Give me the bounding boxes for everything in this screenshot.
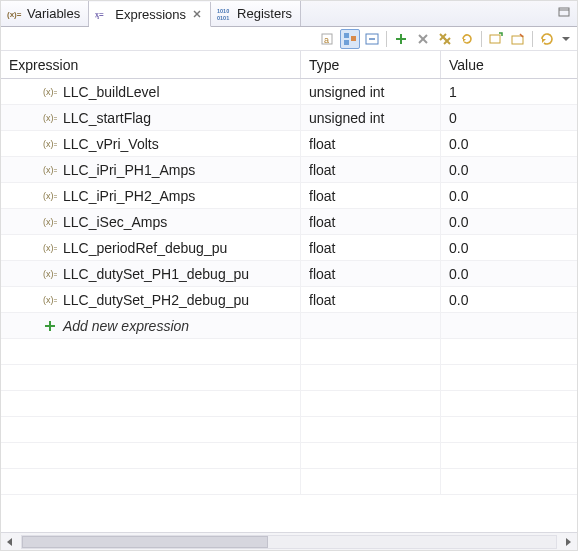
cell-expression[interactable]: Add new expression xyxy=(1,313,301,338)
svg-text:(x)=: (x)= xyxy=(43,139,57,149)
table-row[interactable]: (x)=LLC_iPri_PH2_Ampsfloat0.0 xyxy=(1,183,577,209)
svg-rect-24 xyxy=(512,36,523,44)
svg-rect-10 xyxy=(344,33,349,38)
new-watch-view-button[interactable] xyxy=(486,29,506,49)
cell-type: float xyxy=(301,131,441,156)
svg-text:(x)=: (x)= xyxy=(43,217,57,227)
empty-row xyxy=(1,469,577,495)
cell-type: float xyxy=(301,235,441,260)
scroll-left-button[interactable] xyxy=(1,534,19,550)
cell-value: 0.0 xyxy=(441,261,577,286)
registers-icon: 10100101 xyxy=(217,6,233,22)
expression-icon: (x)= xyxy=(43,85,57,99)
minimize-view-icon[interactable] xyxy=(555,4,573,22)
scroll-track[interactable] xyxy=(21,535,557,549)
svg-text:ᶍ=: ᶍ= xyxy=(95,10,104,20)
svg-text:0101: 0101 xyxy=(217,15,229,21)
remove-all-button[interactable] xyxy=(435,29,455,49)
remove-selected-button[interactable] xyxy=(413,29,433,49)
cell-type: float xyxy=(301,157,441,182)
svg-rect-23 xyxy=(490,35,500,43)
empty-row xyxy=(1,417,577,443)
cell-expression: (x)=LLC_dutySet_PH2_debug_pu xyxy=(1,287,301,312)
expression-icon: (x)= xyxy=(43,215,57,229)
collapse-all-button[interactable] xyxy=(362,29,382,49)
view-menu-button[interactable] xyxy=(559,29,573,49)
table-row[interactable]: (x)=LLC_buildLevelunsigned int1 xyxy=(1,79,577,105)
cell-expression: (x)=LLC_buildLevel xyxy=(1,79,301,104)
cell-type: unsigned int xyxy=(301,79,441,104)
expression-icon: (x)= xyxy=(43,189,57,203)
tab-variables[interactable]: (x)= Variables xyxy=(1,1,89,26)
svg-text:(x)=: (x)= xyxy=(7,10,22,19)
cell-value: 0.0 xyxy=(441,131,577,156)
svg-text:(x)=: (x)= xyxy=(43,243,57,253)
svg-text:(x)=: (x)= xyxy=(43,113,57,123)
open-snapshot-button[interactable] xyxy=(508,29,528,49)
cell-type xyxy=(301,313,441,338)
continuous-refresh-button[interactable] xyxy=(537,29,557,49)
expression-name: LLC_iPri_PH2_Amps xyxy=(63,188,195,204)
expression-name: LLC_iPri_PH1_Amps xyxy=(63,162,195,178)
cell-value: 0.0 xyxy=(441,209,577,234)
expressions-table: (x)=LLC_buildLevelunsigned int1(x)=LLC_s… xyxy=(1,79,577,495)
add-new-expression-row[interactable]: Add new expression xyxy=(1,313,577,339)
close-icon[interactable] xyxy=(192,9,202,19)
cell-type: float xyxy=(301,287,441,312)
column-type[interactable]: Type xyxy=(301,51,441,78)
table-header: Expression Type Value xyxy=(1,51,577,79)
add-expression-button[interactable] xyxy=(391,29,411,49)
show-type-names-button[interactable]: a xyxy=(318,29,338,49)
svg-text:1010: 1010 xyxy=(217,8,229,14)
expression-name: LLC_buildLevel xyxy=(63,84,160,100)
cell-expression: (x)=LLC_iSec_Amps xyxy=(1,209,301,234)
table-row[interactable]: (x)=LLC_dutySet_PH2_debug_pufloat0.0 xyxy=(1,287,577,313)
empty-row xyxy=(1,339,577,365)
svg-text:(x)=: (x)= xyxy=(43,191,57,201)
expression-name: LLC_vPri_Volts xyxy=(63,136,159,152)
expression-icon: (x)= xyxy=(43,137,57,151)
cell-expression: (x)=LLC_iPri_PH2_Amps xyxy=(1,183,301,208)
cell-value: 0 xyxy=(441,105,577,130)
tab-label: Registers xyxy=(237,6,292,21)
empty-row xyxy=(1,391,577,417)
scroll-right-button[interactable] xyxy=(559,534,577,550)
show-logical-structure-button[interactable] xyxy=(340,29,360,49)
cell-type: float xyxy=(301,209,441,234)
table-row[interactable]: (x)=LLC_periodRef_debug_pufloat0.0 xyxy=(1,235,577,261)
expression-icon: (x)= xyxy=(43,111,57,125)
svg-text:(x)=: (x)= xyxy=(43,165,57,175)
variables-icon: (x)= xyxy=(7,6,23,22)
table-row[interactable]: (x)=LLC_startFlagunsigned int0 xyxy=(1,105,577,131)
horizontal-scrollbar[interactable] xyxy=(1,532,577,550)
scroll-thumb[interactable] xyxy=(22,536,268,548)
cell-expression: (x)=LLC_vPri_Volts xyxy=(1,131,301,156)
table-row[interactable]: (x)=LLC_iPri_PH1_Ampsfloat0.0 xyxy=(1,157,577,183)
empty-row xyxy=(1,365,577,391)
expression-icon: (x)= xyxy=(43,241,57,255)
cell-value: 0.0 xyxy=(441,183,577,208)
expression-name: LLC_periodRef_debug_pu xyxy=(63,240,227,256)
refresh-button[interactable] xyxy=(457,29,477,49)
expression-name: LLC_startFlag xyxy=(63,110,151,126)
column-value[interactable]: Value xyxy=(441,51,577,78)
expression-icon: (x)= xyxy=(43,267,57,281)
column-expression[interactable]: Expression xyxy=(1,51,301,78)
cell-type: float xyxy=(301,183,441,208)
svg-rect-6 xyxy=(559,8,569,16)
view-tabbar: (x)= Variables ᶍ= Expressions 10100101 R… xyxy=(1,1,577,27)
table-row[interactable]: (x)=LLC_vPri_Voltsfloat0.0 xyxy=(1,131,577,157)
table-row[interactable]: (x)=LLC_dutySet_PH1_debug_pufloat0.0 xyxy=(1,261,577,287)
cell-value xyxy=(441,313,577,338)
cell-type: float xyxy=(301,261,441,286)
tab-label: Variables xyxy=(27,6,80,21)
cell-expression: (x)=LLC_dutySet_PH1_debug_pu xyxy=(1,261,301,286)
tab-label: Expressions xyxy=(115,7,186,22)
svg-text:(x)=: (x)= xyxy=(43,269,57,279)
tab-expressions[interactable]: ᶍ= Expressions xyxy=(89,2,211,27)
view-toolbar: a xyxy=(1,27,577,51)
table-row[interactable]: (x)=LLC_iSec_Ampsfloat0.0 xyxy=(1,209,577,235)
cell-value: 0.0 xyxy=(441,235,577,260)
tab-registers[interactable]: 10100101 Registers xyxy=(211,1,301,26)
svg-rect-11 xyxy=(344,40,349,45)
